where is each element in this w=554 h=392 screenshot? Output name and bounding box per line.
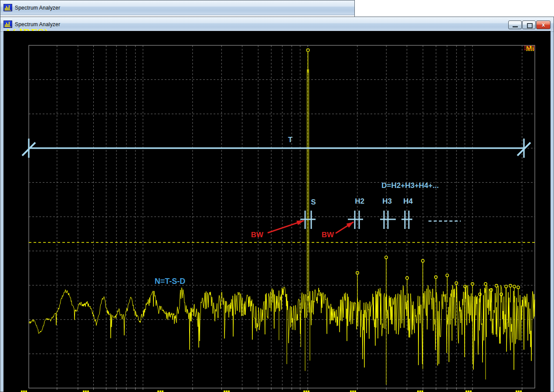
clipped-xtick-label (518, 391, 520, 392)
clipped-xtick-label (306, 391, 307, 392)
annotation-H4: H4 (403, 197, 413, 205)
annotation-D-H2-H3-H4-: D=H2+H3+H4+... (381, 181, 438, 190)
plot-background (3, 31, 551, 392)
clipped-xtick-label (520, 391, 522, 392)
clipped-xtick-label (160, 391, 161, 392)
annotation-T: T (288, 136, 293, 144)
clipped-xtick-label (228, 391, 230, 392)
clipped-xtick-label (352, 391, 354, 392)
spectrum-plot[interactable]: A(dBFS) 0-20-40-60-80-100-120-140-160-18… (0, 0, 554, 392)
annotation-H2: H2 (355, 197, 364, 205)
clipped-xtick-label (303, 391, 305, 392)
clipped-xtick-label (224, 391, 225, 392)
clipped-xtick-label (162, 391, 163, 392)
clipped-xtick-label (25, 391, 27, 392)
clipped-xtick-label (83, 391, 85, 392)
annotation-H3: H3 (382, 197, 392, 205)
mi-watermark: Mi (524, 44, 536, 53)
clipped-xtick-label (421, 391, 423, 392)
annotation-S: S (311, 198, 316, 206)
mi-watermark-hatch (524, 48, 535, 48)
annotation-N-T-S-D: N=T-S-D (155, 277, 186, 286)
mi-watermark-hatch (524, 49, 535, 50)
clipped-xtick-label (470, 391, 472, 392)
mi-watermark-hatch (524, 46, 535, 47)
clipped-xtick-label (419, 391, 421, 392)
clipped-xtick-label (85, 391, 87, 392)
clipped-xtick-label (466, 391, 467, 392)
clipped-xtick-label (516, 391, 517, 392)
clipped-xtick-label (23, 391, 25, 392)
spectrum-chart-svg[interactable]: TSH2H3H4D=H2+H3+H4+...N=T-S-DBWBW (0, 0, 554, 392)
clipped-xtick-label (468, 391, 469, 392)
annotation-BW: BW (322, 231, 334, 239)
clipped-xtick-label (308, 391, 309, 392)
clipped-xtick-label (226, 391, 228, 392)
clipped-xtick-label (417, 391, 419, 392)
clipped-xtick-label (87, 391, 89, 392)
clipped-xtick-label (157, 391, 159, 392)
annotation-BW: BW (251, 231, 264, 239)
desktop: { "background_window": { "title": "Spect… (0, 0, 554, 392)
clipped-xtick-label (350, 391, 352, 392)
clipped-xtick-label (354, 391, 356, 392)
clipped-xtick-label (21, 391, 23, 392)
